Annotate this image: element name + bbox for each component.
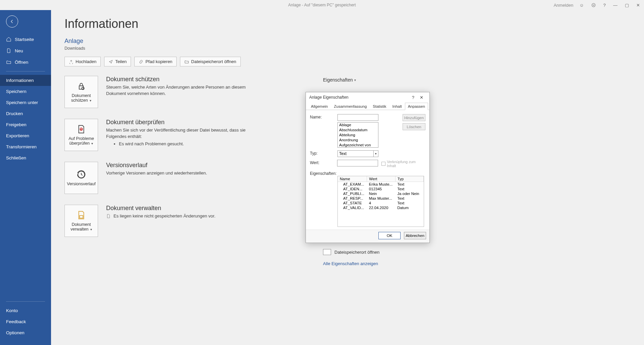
- properties-dropdown[interactable]: Eigenschaften ▾: [323, 77, 356, 83]
- properties-table[interactable]: Name Wert Typ AT_EXAM...Erika Muste...Te…: [337, 176, 424, 227]
- dialog-help-button[interactable]: ?: [409, 95, 417, 100]
- backstage-sidebar: Startseite Neu Öffnen Informationen Spei…: [0, 10, 51, 345]
- protect-btn-label: Dokument schützen: [71, 93, 91, 103]
- list-item[interactable]: Abteilung: [338, 133, 378, 138]
- restore-button[interactable]: ▢: [624, 3, 630, 8]
- table-row[interactable]: AT_VALID...22.04.2020Datum: [338, 205, 424, 210]
- open-icon: [6, 59, 11, 65]
- sidebar-item-home[interactable]: Startseite: [0, 34, 51, 45]
- dialog-close-button[interactable]: ✕: [417, 95, 426, 100]
- share-button[interactable]: Teilen: [104, 57, 131, 66]
- name-input[interactable]: [337, 114, 378, 121]
- add-button[interactable]: Hinzufügen: [403, 114, 425, 121]
- inspect-desc: Machen Sie sich vor der Veröffentlichung…: [106, 127, 261, 140]
- help-icon[interactable]: ?: [602, 3, 607, 8]
- sidebar-item-saveas[interactable]: Speichern unter: [0, 97, 51, 108]
- list-item[interactable]: Ablage: [338, 122, 378, 128]
- table-row[interactable]: AT_RESP...Max Muster...Text: [338, 196, 424, 201]
- sidebar-label-open: Öffnen: [15, 60, 28, 65]
- doc-path: Downloads: [64, 46, 631, 51]
- copy-path-button[interactable]: Pfad kopieren: [134, 57, 177, 66]
- properties-column: Eigenschaften ▾: [323, 77, 356, 85]
- signin-link[interactable]: Anmelden: [554, 3, 573, 8]
- delete-button[interactable]: Löschen: [403, 123, 425, 130]
- cancel-button[interactable]: Abbrechen: [404, 232, 426, 239]
- home-icon: [6, 37, 11, 42]
- versions-btn-label: Versionsverlauf: [67, 182, 95, 186]
- tab-statistics[interactable]: Statistik: [370, 103, 389, 110]
- sidebar-item-save[interactable]: Speichern: [0, 86, 51, 97]
- sad-icon[interactable]: ☹: [590, 3, 597, 8]
- check-issues-button[interactable]: Auf Probleme überprüfen: [64, 119, 98, 151]
- sidebar-item-account[interactable]: Konto: [0, 305, 51, 316]
- smile-icon[interactable]: ☺: [578, 3, 585, 8]
- type-value: Text: [339, 151, 347, 156]
- back-button[interactable]: [6, 15, 18, 28]
- sidebar-label-feedback: Feedback: [6, 319, 26, 324]
- table-row[interactable]: AT_STATE4Text: [338, 201, 424, 205]
- tab-custom[interactable]: Anpassen: [405, 103, 428, 110]
- chevron-down-icon: [89, 98, 91, 103]
- chevron-down-icon: ▾: [354, 78, 356, 82]
- sidebar-label-share: Freigeben: [6, 122, 27, 127]
- inspect-btn-label: Auf Probleme überprüfen: [68, 136, 94, 146]
- action-bar: Hochladen Teilen Pfad kopieren Dateispei…: [64, 57, 631, 66]
- link-checkbox[interactable]: [381, 162, 385, 166]
- col-name[interactable]: Name: [338, 176, 367, 182]
- tab-content[interactable]: Inhalt: [389, 103, 405, 110]
- ok-button[interactable]: OK: [378, 232, 401, 239]
- openloc-label: Dateispeicherort öffnen: [191, 59, 236, 64]
- sidebar-item-feedback[interactable]: Feedback: [0, 316, 51, 327]
- table-row[interactable]: AT_EXAM...Erika Muste...Text: [338, 182, 424, 187]
- name-listbox[interactable]: Ablage Abschlussdatum Abteilung Anordnun…: [337, 122, 378, 148]
- share-label: Teilen: [115, 59, 127, 64]
- sidebar-item-transform[interactable]: Transformieren: [0, 141, 51, 152]
- sidebar-item-info[interactable]: Informationen: [0, 75, 51, 86]
- upload-label: Hochladen: [76, 59, 96, 64]
- minimize-button[interactable]: —: [612, 3, 619, 8]
- upload-button[interactable]: Hochladen: [64, 57, 101, 66]
- table-row[interactable]: AT_IDEN...012345Text: [338, 187, 424, 191]
- table-row[interactable]: AT_PUBLI...NeinJa oder Nein: [338, 191, 424, 196]
- inspect-bullet: Es wird nach Problemen gesucht.: [119, 141, 261, 146]
- list-item[interactable]: Anordnung: [338, 138, 378, 143]
- sidebar-label-info: Informationen: [6, 78, 34, 83]
- inspect-title: Dokument überprüfen: [106, 119, 261, 126]
- svg-rect-0: [79, 86, 84, 89]
- col-type[interactable]: Typ: [395, 176, 423, 182]
- protect-document-button[interactable]: Dokument schützen: [64, 76, 98, 108]
- manage-desc: Es liegen keine nicht gespeicherten Ände…: [113, 213, 216, 219]
- version-history-button[interactable]: Versionsverlauf: [64, 162, 98, 194]
- properties-dialog: Anlage Eigenschaften ? ✕ Allgemein Zusam…: [306, 92, 430, 243]
- tab-summary[interactable]: Zusammenfassung: [331, 103, 370, 110]
- dialog-title: Anlage Eigenschaften: [309, 95, 349, 100]
- svg-rect-4: [80, 215, 83, 218]
- doc-name: Anlage: [64, 38, 631, 45]
- open-location-button[interactable]: Dateispeicherort öffnen: [180, 57, 240, 66]
- sidebar-label-save: Speichern: [6, 89, 27, 94]
- sidebar-item-open[interactable]: Öffnen: [0, 56, 51, 68]
- window-title: Anlage - Auf "diesem PC" gespeichert: [288, 3, 356, 7]
- sidebar-item-export[interactable]: Exportieren: [0, 130, 51, 141]
- list-item[interactable]: Abschlussdatum: [338, 128, 378, 133]
- close-button[interactable]: ✕: [635, 3, 641, 8]
- sidebar-item-print[interactable]: Drucken: [0, 108, 51, 119]
- copypath-label: Pfad kopieren: [145, 59, 172, 64]
- sidebar-item-new[interactable]: Neu: [0, 45, 51, 56]
- show-all-properties-link[interactable]: Alle Eigenschaften anzeigen: [323, 261, 379, 266]
- value-input[interactable]: [337, 160, 378, 166]
- props-label: Eigenschaften:: [310, 170, 334, 176]
- type-label: Typ:: [310, 150, 334, 156]
- manage-document-button[interactable]: Dokument verwalten: [64, 205, 98, 237]
- tab-general[interactable]: Allgemein: [308, 103, 331, 110]
- sidebar-label-print: Drucken: [6, 111, 23, 116]
- sidebar-label-saveas: Speichern unter: [6, 100, 38, 105]
- open-file-location[interactable]: Dateispeicherort öffnen: [323, 249, 379, 255]
- sidebar-item-close[interactable]: Schließen: [0, 152, 51, 163]
- sidebar-item-share[interactable]: Freigeben: [0, 119, 51, 130]
- sidebar-item-options[interactable]: Optionen: [0, 327, 51, 338]
- col-value[interactable]: Wert: [367, 176, 395, 182]
- type-select[interactable]: Text ▾: [337, 150, 378, 157]
- sidebar-separator: [6, 71, 45, 71]
- list-item[interactable]: Aufgezeichnet von: [338, 143, 378, 148]
